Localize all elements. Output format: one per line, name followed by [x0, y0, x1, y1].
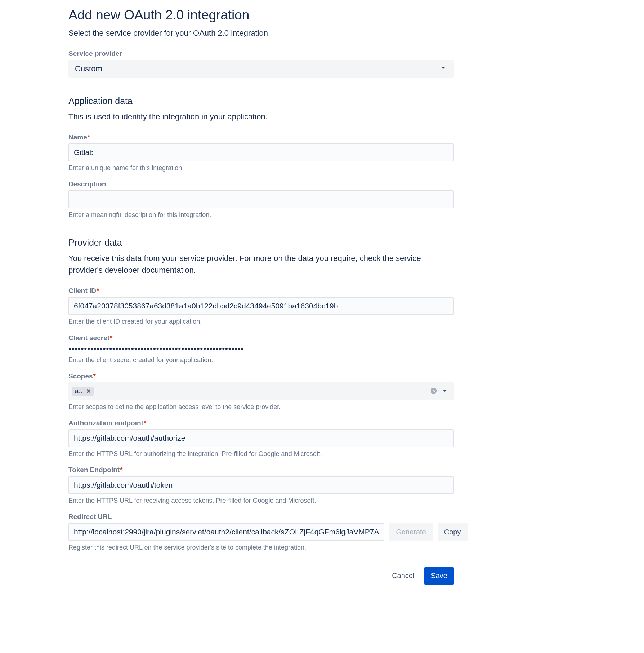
provider-data-desc: You receive this data from your service … [68, 252, 454, 276]
generate-button[interactable]: Generate [389, 523, 432, 541]
auth-endpoint-hint: Enter the HTTPS URL for authorizing the … [68, 449, 454, 458]
name-label: Name* [68, 133, 454, 141]
provider-data-heading: Provider data [68, 237, 454, 248]
redirect-url-value[interactable]: http://localhost:2990/jira/plugins/servl… [68, 523, 384, 541]
client-id-label: Client ID* [68, 287, 454, 295]
chevron-down-icon[interactable] [441, 387, 449, 396]
name-hint: Enter a unique name for this integration… [68, 164, 454, 173]
page-title: Add new OAuth 2.0 integration [68, 7, 454, 23]
description-hint: Enter a meaningful description for this … [68, 210, 454, 219]
scope-tag-label: a… [75, 387, 83, 395]
description-input[interactable] [68, 190, 454, 208]
cancel-button[interactable]: Cancel [385, 567, 421, 585]
redirect-url-hint: Register this redirect URL on the servic… [68, 543, 454, 552]
service-provider-label: Service provider [68, 50, 454, 58]
clear-all-icon[interactable] [430, 387, 437, 395]
token-endpoint-label: Token Endpoint* [68, 466, 454, 474]
client-secret-label: Client secret* [68, 334, 454, 342]
client-secret-hint: Enter the client secret created for your… [68, 356, 454, 365]
token-endpoint-input[interactable] [68, 476, 454, 494]
service-provider-select[interactable]: Custom [68, 60, 454, 78]
page-subtitle: Select the service provider for your OAu… [68, 27, 454, 39]
name-input[interactable] [68, 143, 454, 161]
remove-tag-icon[interactable]: ✕ [85, 388, 92, 395]
auth-endpoint-label: Authorization endpoint* [68, 419, 454, 427]
chevron-down-icon [439, 64, 447, 74]
scope-tag[interactable]: a… ✕ [72, 387, 94, 396]
description-label: Description [68, 180, 454, 188]
redirect-url-label: Redirect URL [68, 513, 454, 521]
token-endpoint-hint: Enter the HTTPS URL for receiving access… [68, 496, 454, 505]
application-data-desc: This is used to identify the integration… [68, 111, 454, 123]
save-button[interactable]: Save [424, 567, 454, 585]
client-secret-input[interactable]: ••••••••••••••••••••••••••••••••••••••••… [68, 344, 454, 354]
service-provider-value: Custom [75, 64, 102, 74]
copy-button[interactable]: Copy [438, 523, 468, 541]
scopes-label: Scopes* [68, 372, 454, 380]
application-data-heading: Application data [68, 96, 454, 106]
scopes-input[interactable]: a… ✕ [68, 382, 454, 400]
scopes-hint: Enter scopes to define the application a… [68, 403, 454, 412]
auth-endpoint-input[interactable] [68, 429, 454, 447]
client-id-hint: Enter the client ID created for your app… [68, 317, 454, 326]
client-id-input[interactable] [68, 297, 454, 315]
